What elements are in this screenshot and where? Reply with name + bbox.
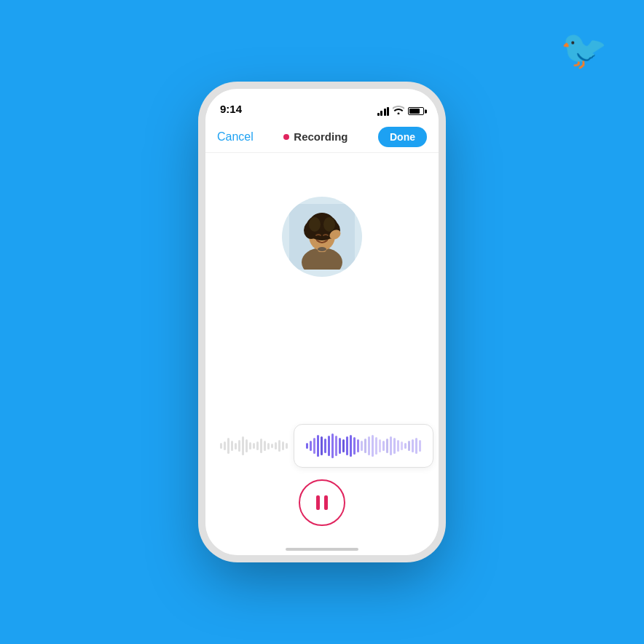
avatar-outer [282, 197, 362, 277]
done-button[interactable]: Done [378, 127, 427, 147]
pause-bar-left [316, 495, 320, 510]
phone-notch [278, 89, 366, 108]
battery-icon [408, 107, 424, 115]
cancel-button[interactable]: Cancel [217, 130, 254, 144]
status-icons [377, 106, 425, 117]
status-time: 9:14 [220, 103, 242, 117]
pause-icon [316, 495, 328, 510]
recording-label: Recording [294, 130, 347, 143]
recording-dot [283, 134, 289, 140]
phone-mockup: 9:14 [205, 89, 439, 555]
phone-screen: 9:14 [205, 89, 439, 555]
avatar-image [289, 204, 355, 270]
twitter-logo: 🐦 [560, 28, 608, 72]
waveform-area [205, 424, 439, 468]
svg-point-11 [318, 247, 326, 251]
pause-bar-right [324, 495, 328, 510]
signal-icon [377, 107, 390, 116]
home-indicator [286, 548, 358, 551]
svg-point-8 [309, 217, 321, 232]
wifi-icon [393, 106, 404, 117]
waveform-box [294, 424, 433, 468]
content-area [205, 153, 439, 555]
pause-button[interactable] [299, 479, 345, 526]
phone-shell: 9:14 [205, 89, 439, 555]
waveform-ghost [220, 436, 288, 455]
nav-bar: Cancel Recording Done [205, 121, 439, 153]
recording-status: Recording [283, 130, 347, 143]
svg-point-9 [323, 217, 335, 232]
avatar-container [282, 197, 362, 277]
